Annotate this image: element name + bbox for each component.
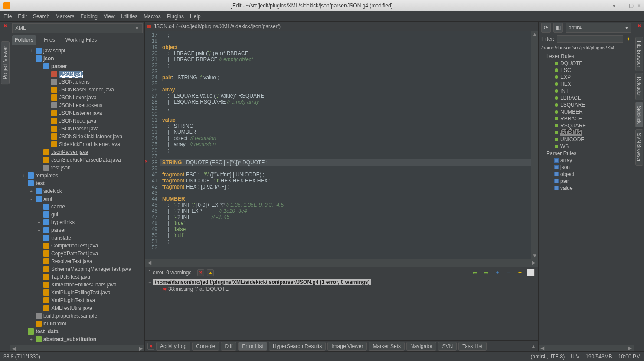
tree-item[interactable]: +translate [10,234,144,242]
sidekick-item[interactable]: NUMBER [539,108,634,115]
rail-tab-reloader[interactable]: Reloader [635,73,643,100]
sidekick-item[interactable]: json [539,164,634,171]
close-right-dock-icon[interactable]: ✖ [637,23,641,28]
dock-tab-image-viewer[interactable]: Image Viewer [327,342,367,351]
tree-item[interactable]: JSONParser.java [10,125,144,133]
tree-item[interactable]: XMLTestUtils.java [10,304,144,312]
tree-item[interactable]: build.xml [10,320,144,328]
menu-file[interactable]: File [3,13,12,20]
sidekick-item[interactable]: pair [539,178,634,185]
maximize-icon[interactable]: ▢ [629,3,634,9]
vertical-scrollbar[interactable]: ▲▼ [531,31,538,259]
tree-item[interactable]: SchemaMappingManagerTest.java [10,265,144,273]
tree-item[interactable]: -test [10,179,144,187]
tree-item[interactable]: XmlPluginFailingTest.java [10,289,144,296]
tree-item[interactable]: +hyperlinks [10,218,144,226]
rail-tab-sidekick[interactable]: Sidekick [635,102,643,127]
code-content[interactable]: ; object : LBRACE pair (',' pair)* RBRAC… [160,31,531,259]
tree-item[interactable]: JSONSideKickListener.java [10,133,144,140]
menu-folding[interactable]: Folding [80,13,97,20]
tree-item[interactable]: JSONNode.java [10,117,144,125]
sidekick-tree[interactable]: -Lexer RulesDQUOTEESCEXPHEXINTLBRACELSQU… [539,51,634,345]
menu-macros[interactable]: Macros [144,13,160,20]
toggle-icon[interactable]: ◧ [553,23,563,33]
clear-icon[interactable]: ✦ [516,268,524,277]
memory-usage[interactable]: 190/543MB [585,354,612,360]
tree-item[interactable]: JsonParser.java [10,148,144,156]
tree-item[interactable]: -xml [10,195,144,203]
menu-view[interactable]: View [104,13,115,20]
rail-tab-file-browser[interactable]: File Browser [635,37,643,71]
buffer-tab[interactable]: JSON.g4 (~/src/jedit/plugins/XML/sidekic… [145,22,538,31]
tree-item[interactable]: JSONListener.java [10,109,144,117]
expand-icon[interactable]: ＋ [493,268,502,277]
tree-item[interactable]: +parser [10,226,144,234]
dock-tab-task-list[interactable]: Task List [458,342,487,351]
tree-item[interactable]: +templates [10,172,144,179]
tree-item[interactable]: CompletionTest.java [10,242,144,250]
menu-utilities[interactable]: Utilities [121,13,138,20]
toggle-errors-button[interactable]: ✖ [197,269,204,276]
dock-tab-navigator[interactable]: Navigator [406,342,436,351]
menu-plugins[interactable]: Plugins [167,13,184,20]
tree-item[interactable]: -test_data [10,328,144,335]
tree-item[interactable]: SideKickErrorListener.java [10,140,144,148]
dock-tab-svn[interactable]: SVN [438,342,457,351]
sidekick-item[interactable]: array [539,157,634,164]
prev-error-icon[interactable]: ⬅ [471,268,479,277]
tree-item[interactable]: +sidekick [10,187,144,195]
sidekick-item[interactable]: -Lexer Rules [539,53,634,60]
project-tree[interactable]: +javascript-json-parserJSON.g4JSON.token… [10,45,144,345]
sidekick-item[interactable]: LSQUARE [539,101,634,108]
tree-item[interactable]: JSONBaseListener.java [10,86,144,94]
sidekick-item[interactable]: RBRACE [539,115,634,122]
sidekick-item[interactable]: object [539,171,634,178]
close-bottom-dock-icon[interactable]: ✖ [147,343,154,350]
dock-menu-icon[interactable]: ▲ [531,344,536,348]
tree-item[interactable]: +javascript [10,47,144,55]
tree-scrollbar[interactable]: ◀▶ [10,345,144,351]
collapse-icon[interactable]: − [504,268,513,277]
project-tab-folders[interactable]: Folders [12,35,36,45]
dock-tab-marker-sets[interactable]: Marker Sets [369,342,405,351]
tree-item[interactable]: build.properties.sample [10,312,144,320]
tree-item[interactable]: TagUtilsTest.java [10,273,144,281]
tree-item[interactable]: -parser [10,62,144,70]
sidekick-item[interactable]: STRING [539,129,634,136]
project-tab-working-files[interactable]: Working Files [63,35,99,45]
horizontal-scrollbar[interactable]: ◀▶ [145,259,538,267]
toggle-warnings-button[interactable]: ▲ [207,269,214,276]
menu-edit[interactable]: Edit [18,13,27,20]
menu-markers[interactable]: Markers [56,13,74,20]
tree-item[interactable]: XmlActionEntitiesChars.java [10,281,144,289]
sidekick-item[interactable]: DQUOTE [539,60,634,67]
menu-help[interactable]: Help [190,13,201,20]
text-editor[interactable]: 1718192021222324252627282930313233343536… [145,31,531,259]
minimize2-icon[interactable]: — [619,3,624,9]
error-list-body[interactable]: −/home/danson/src/jedit/plugins/XML/side… [145,278,538,340]
tree-item[interactable]: JSON.g4 [10,70,144,78]
minimize-icon[interactable]: ▾ [613,3,615,9]
filter-input[interactable] [557,35,623,43]
tree-item[interactable]: JSONLexer.tokens [10,101,144,109]
project-viewer-tab[interactable]: Project Viewer [1,41,10,84]
error-file-header[interactable]: /home/danson/src/jedit/plugins/XML/sidek… [153,279,371,285]
options-icon[interactable] [527,269,535,276]
tree-item[interactable]: ResolverTest.java [10,257,144,265]
tree-item[interactable]: +abstract_substitution [10,335,144,343]
tree-item[interactable]: +cache [10,203,144,211]
tree-item[interactable]: CopyXPathTest.java [10,250,144,257]
sidekick-scrollbar[interactable]: ◀▶ [539,345,634,351]
sidekick-item[interactable]: EXP [539,74,634,81]
sidekick-item[interactable]: LBRACE [539,94,634,101]
sidekick-item[interactable]: WS [539,143,634,150]
sidekick-item[interactable]: ESC [539,67,634,74]
tree-item[interactable]: XmlPluginTest.java [10,296,144,304]
sidekick-item[interactable]: INT [539,88,634,94]
rail-tab-svn-browser[interactable]: SVN Browser [635,129,643,166]
dock-tab-hypersearch-results[interactable]: HyperSearch Results [269,342,326,351]
sidekick-item[interactable]: UNICODE [539,136,634,143]
dock-tab-console[interactable]: Console [192,342,219,351]
close-dock-icon[interactable]: ✖ [3,23,7,28]
sidekick-item[interactable]: -Parser Rules [539,150,634,157]
